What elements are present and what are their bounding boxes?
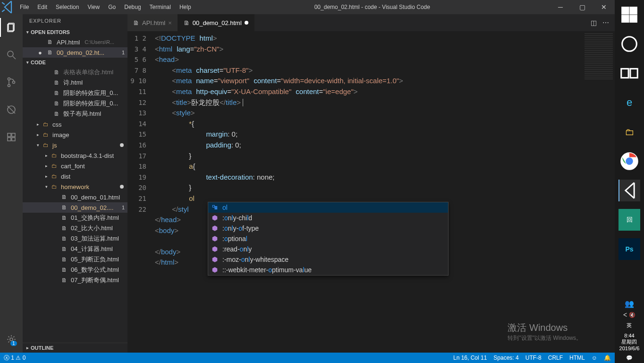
menu-debug[interactable]: Debug xyxy=(120,2,144,12)
tab-bar: 🗎API.html×🗎00_demo_02.html ◫ ⋯ xyxy=(127,14,615,31)
win-taskview-icon[interactable] xyxy=(619,62,640,84)
open-editor-item[interactable]: ●🗎00_demo_02.ht...1 xyxy=(23,47,127,58)
file-item[interactable]: 🗎07_判断奇偶.html xyxy=(23,275,127,285)
file-item[interactable]: 🗎诗.html xyxy=(23,78,127,88)
code-editor[interactable]: <!DOCTYPE html> <html lang="zh-CN"> <hea… xyxy=(155,31,577,353)
status-eol[interactable]: CRLF xyxy=(548,354,563,361)
minimize-button[interactable]: ─ xyxy=(550,3,571,11)
file-item[interactable]: 🗎02_比大小.html xyxy=(23,223,127,233)
svg-rect-7 xyxy=(8,133,11,137)
code-hdr[interactable]: ▾CODE xyxy=(23,58,127,67)
svg-rect-15 xyxy=(215,208,217,209)
svg-rect-16 xyxy=(622,8,628,14)
windows-activation-watermark: 激活 Windows 转到"设置"以激活 Windows。 xyxy=(508,321,582,342)
folder-item[interactable]: ▸🗀cart_font xyxy=(23,161,127,171)
win-tray-arrow-icon[interactable]: ᐸ 🔇 xyxy=(623,312,635,318)
win-edge-icon[interactable]: e xyxy=(619,92,640,113)
svg-point-4 xyxy=(8,85,10,87)
source-control-icon[interactable] xyxy=(0,73,23,92)
win-chrome-icon[interactable] xyxy=(619,150,640,172)
file-item[interactable]: 🗎00_demo_02....1 xyxy=(23,202,127,213)
win-ime[interactable]: 英 xyxy=(627,322,632,329)
win-people-icon[interactable]: 👥 xyxy=(625,299,634,308)
win-start-icon[interactable] xyxy=(619,4,640,26)
win-cortana-icon[interactable] xyxy=(619,33,640,55)
file-item[interactable]: 🗎01_交换内容.html xyxy=(23,213,127,223)
menu-selection[interactable]: Selection xyxy=(52,2,83,12)
svg-rect-13 xyxy=(215,207,217,207)
folder-item[interactable]: ▸🗀dist xyxy=(23,171,127,182)
folder-item[interactable]: ▸🗀css xyxy=(23,119,127,130)
file-item[interactable]: 🗎阴影的特效应用_0... xyxy=(23,98,127,109)
svg-rect-19 xyxy=(630,16,636,22)
status-spaces[interactable]: Spaces: 4 xyxy=(493,354,518,361)
file-item[interactable]: 🗎04_计算器.html xyxy=(23,244,127,254)
status-bar: ⓧ 1 ⚠ 0 Ln 16, Col 11 Spaces: 4 UTF-8 CR… xyxy=(0,353,615,363)
win-photoshop-icon[interactable]: Ps xyxy=(619,238,640,260)
open-editors-hdr[interactable]: ▾OPEN EDITORS xyxy=(23,27,127,37)
file-item[interactable]: 🗎阴影的特效应用_0... xyxy=(23,88,127,98)
svg-rect-14 xyxy=(215,207,217,208)
explorer-icon[interactable] xyxy=(0,18,23,37)
autocomplete-item[interactable]: :-moz-only-whitespace xyxy=(208,254,448,265)
folder-item[interactable]: ▸🗀bootstrap-4.3.1-dist xyxy=(23,150,127,161)
file-item[interactable]: 🗎05_判断正负.html xyxy=(23,254,127,265)
autocomplete-popup[interactable]: ol:only-child:only-of-type:optional:read… xyxy=(208,202,449,276)
open-editor-item[interactable]: 🗎API.htmlC:\Users\R... xyxy=(23,37,127,47)
settings-gear-icon[interactable] xyxy=(0,330,23,349)
svg-point-24 xyxy=(626,157,633,164)
close-button[interactable]: ✕ xyxy=(593,3,615,11)
win-notification-icon[interactable]: 💬 xyxy=(626,355,633,361)
menu-go[interactable]: Go xyxy=(104,2,119,12)
folder-item[interactable]: ▸🗀image xyxy=(23,130,127,140)
svg-rect-12 xyxy=(212,205,214,207)
debug-icon[interactable] xyxy=(0,100,23,119)
autocomplete-item[interactable]: ol xyxy=(208,202,448,213)
status-feedback-icon[interactable]: ☺ xyxy=(592,354,597,361)
autocomplete-item[interactable]: :only-of-type xyxy=(208,223,448,233)
file-item[interactable]: 🗎00_demo_01.html xyxy=(23,192,127,202)
autocomplete-item[interactable]: :optional xyxy=(208,233,448,244)
menu-terminal[interactable]: Terminal xyxy=(146,2,175,12)
svg-rect-17 xyxy=(630,8,636,14)
win-explorer-icon[interactable]: 🗀 xyxy=(619,121,640,143)
menu-view[interactable]: View xyxy=(84,2,103,12)
status-errors[interactable]: ⓧ 1 ⚠ 0 xyxy=(4,354,25,362)
menu-help[interactable]: Help xyxy=(176,2,195,12)
editor-area: 🗎API.html×🗎00_demo_02.html ◫ ⋯ 1 2 3 4 5… xyxy=(127,14,615,353)
svg-point-3 xyxy=(8,78,10,80)
status-lang[interactable]: HTML xyxy=(569,354,585,361)
split-editor-icon[interactable]: ◫ xyxy=(591,19,597,26)
file-item[interactable]: 🗎06_数学公式.html xyxy=(23,265,127,275)
menu-file[interactable]: File xyxy=(16,2,33,12)
tab-00_demo_02.html[interactable]: 🗎00_demo_02.html xyxy=(178,14,254,31)
win-app-green-icon[interactable]: 回 xyxy=(619,209,640,231)
more-actions-icon[interactable]: ⋯ xyxy=(602,19,609,26)
vscode-logo-icon xyxy=(0,0,16,15)
win-clock[interactable]: 8:44 星期四 2019/6/6 xyxy=(619,333,640,351)
extensions-icon[interactable] xyxy=(0,128,23,147)
status-encoding[interactable]: UTF-8 xyxy=(525,354,542,361)
menu-edit[interactable]: Edit xyxy=(34,2,51,12)
sidebar-title: EXPLORER xyxy=(23,14,127,27)
activity-bar: 1 xyxy=(0,14,23,353)
file-item[interactable]: 🗎03_加法运算.html xyxy=(23,233,127,244)
file-item[interactable]: 🗎表格表单综合.html xyxy=(23,67,127,78)
outline-hdr[interactable]: ▸OUTLINE xyxy=(23,343,127,353)
win-vscode-icon[interactable] xyxy=(619,180,640,201)
minimap[interactable] xyxy=(577,31,615,353)
window-controls: ─ ▢ ✕ xyxy=(550,3,615,11)
status-ln-col[interactable]: Ln 16, Col 11 xyxy=(453,354,487,361)
tab-API.html[interactable]: 🗎API.html× xyxy=(127,14,178,31)
autocomplete-item[interactable]: :read-only xyxy=(208,244,448,254)
svg-point-20 xyxy=(622,37,637,52)
search-icon[interactable] xyxy=(0,45,23,64)
status-bell-icon[interactable]: 🔔 xyxy=(604,354,611,361)
maximize-button[interactable]: ▢ xyxy=(571,3,593,11)
svg-rect-22 xyxy=(630,69,637,78)
folder-item[interactable]: ▾🗀js xyxy=(23,140,127,150)
folder-item[interactable]: ▾🗀homework xyxy=(23,182,127,192)
autocomplete-item[interactable]: ::-webkit-meter-optimum-value xyxy=(208,265,448,275)
autocomplete-item[interactable]: :only-child xyxy=(208,213,448,223)
file-item[interactable]: 🗎骰子布局.html xyxy=(23,109,127,119)
